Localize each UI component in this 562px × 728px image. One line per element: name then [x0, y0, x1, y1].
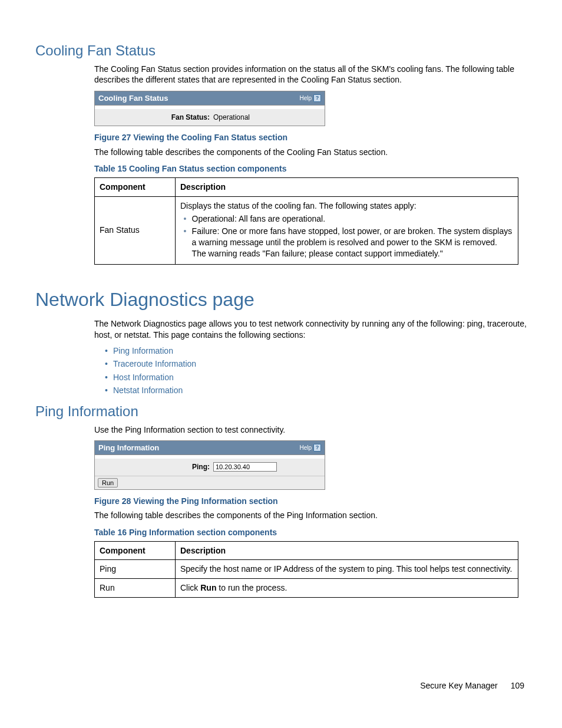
ping-widget-footer: Run [95, 476, 325, 489]
link-host[interactable]: Host Information [105, 372, 527, 383]
link-traceroute-a[interactable]: Traceroute Information [113, 359, 196, 368]
cell-description: Displays the status of the cooling fan. … [176, 197, 518, 264]
cell-description: Click Run to run the process. [176, 579, 518, 598]
figure-28-caption: Figure 28 Viewing the Ping Information s… [94, 496, 527, 507]
table-header-row: Component Description [95, 178, 518, 197]
state-failure: Failure: One or more fans have stopped, … [192, 226, 513, 259]
table-row: Run Click Run to run the process. [95, 579, 518, 598]
cell-description: Specify the host name or IP Address of t… [176, 560, 518, 579]
figure-27-caption: Figure 27 Viewing the Cooling Fan Status… [94, 132, 527, 143]
cell-component: Run [95, 579, 176, 598]
help-link[interactable]: Help ? [299, 444, 321, 452]
network-diagnostics-intro: The Network Diagnostics page allows you … [35, 318, 527, 341]
widget-title: Ping Information [98, 443, 159, 453]
run-button[interactable]: Run [98, 478, 118, 487]
table-15-caption: Table 15 Cooling Fan Status section comp… [94, 163, 527, 174]
link-ping-a[interactable]: Ping Information [113, 346, 173, 355]
widget-title: Cooling Fan Status [98, 93, 168, 104]
col-component: Component [95, 178, 176, 197]
cell-component: Fan Status [95, 197, 176, 264]
ping-label: Ping: [100, 462, 213, 472]
footer-product: Secure Key Manager [420, 681, 498, 690]
cooling-fan-intro: The Cooling Fan Status section provides … [35, 64, 527, 86]
cooling-fan-widget: Cooling Fan Status Help ? Fan Status: Op… [94, 91, 325, 127]
table-row: Fan Status Displays the status of the co… [95, 197, 518, 264]
help-icon: ? [313, 94, 321, 102]
table-16: Component Description Ping Specify the h… [94, 541, 518, 598]
cooling-fan-status-heading: Cooling Fan Status [35, 41, 527, 60]
fan-status-label: Fan Status: [100, 113, 213, 122]
diagnostics-section-links: Ping Information Traceroute Information … [105, 345, 527, 396]
ping-widget-body: Ping: [95, 459, 325, 475]
ping-intro: Use the Ping Information section to test… [35, 424, 527, 436]
col-description: Description [176, 541, 518, 560]
state-operational: Operational: All fans are operational. [192, 213, 513, 225]
footer-page-number: 109 [511, 680, 524, 691]
fan-status-value: Operational [213, 113, 250, 122]
link-traceroute[interactable]: Traceroute Information [105, 358, 527, 370]
run-desc-pre: Click [180, 583, 200, 592]
help-link[interactable]: Help ? [299, 94, 321, 103]
table-header-row: Component Description [95, 541, 518, 560]
help-icon: ? [313, 444, 321, 452]
network-diagnostics-heading: Network Diagnostics page [35, 287, 527, 312]
page-footer: Secure Key Manager 109 [35, 680, 527, 691]
col-component: Component [95, 541, 176, 560]
ping-input[interactable] [213, 462, 277, 472]
state-list: Operational: All fans are operational. F… [182, 213, 513, 259]
ping-widget: Ping Information Help ? Ping: Run [94, 440, 325, 490]
cell-component: Ping [95, 560, 176, 579]
table-15: Component Description Fan Status Display… [94, 177, 518, 264]
desc-intro: Displays the status of the cooling fan. … [180, 201, 416, 210]
table-16-caption: Table 16 Ping Information section compon… [94, 527, 527, 538]
col-description: Description [176, 178, 518, 197]
run-desc-post: to run the process. [216, 583, 287, 592]
link-netstat-a[interactable]: Netstat Information [113, 386, 183, 395]
ping-after-figure: The following table describes the compon… [35, 510, 527, 521]
link-host-a[interactable]: Host Information [113, 373, 174, 382]
help-label: Help [299, 94, 312, 103]
link-ping[interactable]: Ping Information [105, 345, 527, 357]
table-row: Ping Specify the host name or IP Address… [95, 560, 518, 579]
ping-information-heading: Ping Information [35, 402, 527, 421]
run-desc-bold: Run [200, 583, 216, 592]
cooling-fan-widget-body: Fan Status: Operational [95, 109, 325, 126]
link-netstat[interactable]: Netstat Information [105, 385, 527, 396]
help-label: Help [299, 444, 312, 452]
cooling-fan-widget-titlebar: Cooling Fan Status Help ? [95, 91, 325, 106]
cooling-fan-after-figure: The following table describes the compon… [35, 147, 527, 158]
ping-widget-titlebar: Ping Information Help ? [95, 441, 325, 456]
